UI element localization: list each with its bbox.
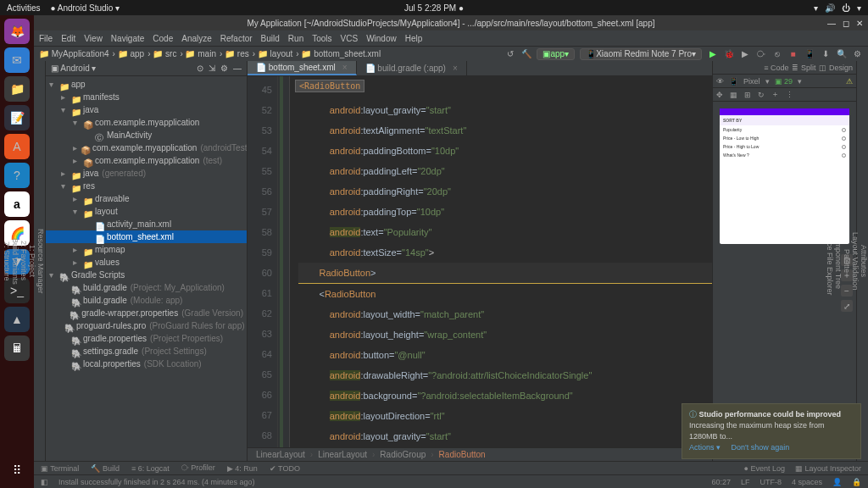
expand-icon[interactable]: ⇲ <box>209 64 215 73</box>
tree-item[interactable]: 🐘gradle.properties (Project Properties) <box>46 332 247 345</box>
structure-breadcrumbs[interactable]: LinearLayout›LinearLayout›RadioGroup›Rad… <box>248 447 712 461</box>
menu-vcs[interactable]: VCS <box>341 34 359 43</box>
tree-item[interactable]: 🐘local.properties (SDK Location) <box>46 358 247 370</box>
sdk-icon[interactable]: ⬇ <box>820 48 831 59</box>
toolwindow-resource-manager[interactable]: Resource Manager <box>36 61 45 461</box>
tree-item[interactable]: 🐘settings.gradle (Project Settings) <box>46 345 247 358</box>
clock[interactable]: Jul 5 2:28 PM ● <box>404 3 464 13</box>
menu-tools[interactable]: Tools <box>312 34 331 43</box>
coverage-icon[interactable]: ▶ <box>739 48 750 59</box>
tree-item[interactable]: ▸📁java (generated) <box>46 167 247 180</box>
code-editor[interactable]: 45525354555657585960616263646566676869 a… <box>248 76 712 447</box>
tree-item[interactable]: ▾📦com.example.myapplication <box>46 116 247 129</box>
structure-crumb[interactable]: RadioGroup <box>380 450 426 459</box>
toolwindow-1-project[interactable]: 1: Project <box>28 61 36 461</box>
menu-code[interactable]: Code <box>153 34 173 43</box>
sync-icon[interactable]: ↺ <box>504 48 515 59</box>
eye-icon[interactable]: 👁 <box>716 77 724 86</box>
tree-item[interactable]: ▸📦com.example.myapplication (androidTest… <box>46 141 247 154</box>
toolwindow-attributes[interactable]: Attributes <box>860 61 868 461</box>
menu-file[interactable]: File <box>39 34 53 43</box>
settings-icon[interactable]: ⚙ <box>852 48 863 59</box>
toolwindow-layout-validation[interactable]: Layout Validation <box>851 61 860 461</box>
run-icon[interactable]: ▶ <box>707 48 718 59</box>
breadcrumb-item[interactable]: › 📁 src <box>147 49 176 58</box>
minimize-icon[interactable]: — <box>827 19 836 28</box>
run-tab[interactable]: ▶ 4: Run <box>227 464 258 473</box>
hammer-icon[interactable]: 🔨 <box>520 48 531 59</box>
breadcrumb-item[interactable]: › 📁 layout <box>253 49 293 58</box>
avd-icon[interactable]: 📱 <box>804 48 815 59</box>
tree-item[interactable]: ⒸMainActivity <box>46 129 247 141</box>
api-level[interactable]: ▣ 29 <box>775 77 793 86</box>
device-preview[interactable]: Pixel <box>743 77 760 86</box>
more-icon[interactable]: ⋮ <box>786 91 793 99</box>
project-tree[interactable]: ▾📁app▸📁manifests▾📁java▾📦com.example.myap… <box>46 76 247 461</box>
menu-analyze[interactable]: Analyze <box>181 34 212 43</box>
show-apps-icon[interactable]: ⠿ <box>4 458 30 483</box>
logcat-tab[interactable]: ≡ 6: Logcat <box>131 464 170 473</box>
tree-item[interactable]: ▾🐘Gradle Scripts <box>46 269 247 281</box>
toolwindow-7-structure[interactable]: 7: Structure <box>3 61 11 461</box>
volume-icon[interactable]: 🔊 <box>825 3 835 13</box>
breadcrumb-item[interactable]: › 📁 main <box>180 49 216 58</box>
app-indicator[interactable]: ● Android Studio ▾ <box>50 3 120 13</box>
breadcrumb-item[interactable]: › 📁 bottom_sheet.xml <box>296 49 381 58</box>
plus-icon[interactable]: ＋ <box>771 89 779 100</box>
tree-item[interactable]: 🐘gradle-wrapper.properties (Gradle Versi… <box>46 307 247 319</box>
toolwindow-build-variants[interactable]: Build Variants <box>11 61 19 461</box>
system-menu-icon[interactable]: ▾ <box>857 3 861 13</box>
network-icon[interactable]: ▾ <box>814 3 818 13</box>
project-view-selector[interactable]: ▣ Android ▾ <box>51 64 96 73</box>
breadcrumb-item[interactable]: 📁 MyApplication4 <box>39 49 109 58</box>
pan-icon[interactable]: ✥ <box>716 91 723 99</box>
inspector-tab[interactable]: ▦ Layout Inspector <box>795 464 861 473</box>
tree-item[interactable]: ▸📁values <box>46 256 247 269</box>
tree-item[interactable]: 🐘proguard-rules.pro (ProGuard Rules for … <box>46 319 247 332</box>
structure-crumb[interactable]: RadioButton <box>439 450 486 459</box>
tab-code[interactable]: ≡ Code <box>764 64 788 72</box>
tree-item[interactable]: ▸📁drawable <box>46 192 247 205</box>
menu-navigate[interactable]: Navigate <box>111 34 144 43</box>
toolwindow-toggle-icon[interactable]: ◧ <box>41 478 48 486</box>
tree-item[interactable]: ▾📁app <box>46 78 247 91</box>
breadcrumb-item[interactable]: › 📁 app <box>113 49 145 58</box>
select-opened-icon[interactable]: ⊙ <box>197 64 203 73</box>
inspection-icon[interactable]: 👤 <box>832 478 842 486</box>
power-icon[interactable]: ⏻ <box>842 3 850 13</box>
profile-icon[interactable]: ⧂ <box>755 48 766 59</box>
attach-icon[interactable]: ⎋ <box>771 48 782 59</box>
tree-item[interactable]: 📄activity_main.xml <box>46 218 247 230</box>
notif-dismiss-link[interactable]: Don't show again <box>732 443 790 452</box>
debug-icon[interactable]: 🐞 <box>723 48 734 59</box>
tree-item[interactable]: 🐘build.gradle (Module: app) <box>46 294 247 307</box>
menu-build[interactable]: Build <box>261 34 280 43</box>
orientation-icon[interactable]: 📱 <box>729 77 738 86</box>
structure-crumb[interactable]: LinearLayout <box>318 450 367 459</box>
firefox-icon[interactable]: 🦊 <box>4 19 30 44</box>
hide-icon[interactable]: — <box>233 64 242 73</box>
menu-window[interactable]: Window <box>366 34 397 43</box>
device-preview-canvas[interactable]: SORT BY PopularityPrice - Low to HighPri… <box>720 108 849 244</box>
tree-item[interactable]: 🐘build.gradle (Project: My_Application) <box>46 281 247 294</box>
encoding[interactable]: UTF-8 <box>760 478 782 486</box>
tree-item[interactable]: ▾📁res <box>46 180 247 192</box>
grid-icon[interactable]: ⊞ <box>744 91 751 99</box>
caret-position[interactable]: 60:27 <box>711 478 731 486</box>
terminal-tab[interactable]: ▣ Terminal <box>41 464 79 473</box>
activities-button[interactable]: Activities <box>7 3 40 13</box>
run-config-selector[interactable]: ▣ app ▾ <box>537 48 575 60</box>
eventlog-tab[interactable]: ● Event Log <box>743 464 784 473</box>
editor-tab[interactable]: 📄 bottom_sheet.xml × <box>248 60 357 75</box>
menu-help[interactable]: Help <box>405 34 423 43</box>
notif-actions-link[interactable]: Actions ▾ <box>689 443 721 452</box>
tree-item[interactable]: ▾📁layout <box>46 205 247 218</box>
menu-run[interactable]: Run <box>288 34 303 43</box>
tree-item[interactable]: ▸📁manifests <box>46 91 247 103</box>
search-icon[interactable]: 🔍 <box>836 48 847 59</box>
build-tab[interactable]: 🔨 Build <box>91 464 120 473</box>
line-ending[interactable]: LF <box>741 478 750 486</box>
tree-item[interactable]: ▸📁mipmap <box>46 243 247 256</box>
layers-icon[interactable]: ▦ <box>730 91 737 99</box>
refresh-icon[interactable]: ↻ <box>758 91 765 99</box>
